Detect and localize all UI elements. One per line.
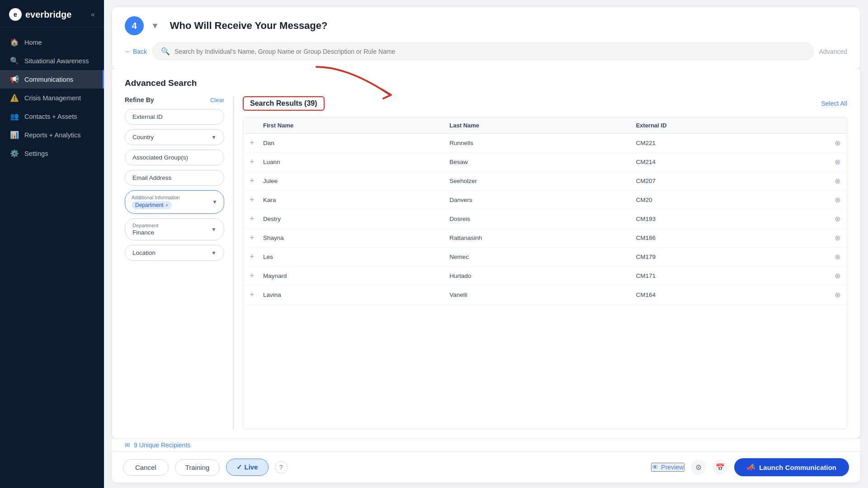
settings-button[interactable]: ⚙ [691, 460, 706, 475]
home-icon: 🏠 [10, 38, 19, 47]
selected-contacts-icon: ✉ [125, 441, 130, 449]
sidebar-item-home[interactable]: 🏠 Home [0, 33, 104, 52]
table-row: + Les Nemec CM179 ⊗ [243, 248, 847, 267]
first-name-cell: Les [263, 253, 449, 260]
top-section: 4 ▼ Who Will Receive Your Message? ← Bac… [112, 7, 860, 69]
filter-department-dropdown[interactable]: Department Finance ▼ [125, 218, 224, 240]
select-all-button[interactable]: Select All [821, 100, 847, 107]
sidebar-nav: 🏠 Home 🔍 Situational Awareness 📢 Communi… [0, 28, 104, 488]
remove-contact-button[interactable]: ⊗ [822, 158, 840, 166]
search-input[interactable] [175, 48, 805, 55]
results-title-box: Search Results (39) [243, 96, 325, 111]
additional-info-caret-icon: ▼ [212, 199, 217, 205]
sidebar-item-reports-analytics[interactable]: 📊 Reports + Analytics [0, 126, 104, 144]
refine-column: Refine By Clear External ID Country ▼ [125, 96, 224, 429]
launch-icon: 📣 [747, 463, 755, 471]
first-name-cell: Maynard [263, 272, 449, 279]
external-id-cell: CM186 [636, 235, 822, 241]
last-name-cell: Runnells [449, 140, 636, 146]
table-row: + Destry Dosreis CM193 ⊗ [243, 210, 847, 229]
refine-filters: External ID Country ▼ Associated Group(s… [125, 109, 224, 429]
filter-additional-info[interactable]: Additional Information Department × ▼ [125, 190, 224, 214]
launch-communication-button[interactable]: 📣 Launch Communication [734, 458, 849, 476]
refine-label: Refine By [125, 96, 154, 103]
add-contact-button[interactable]: + [250, 214, 263, 224]
crisis-management-icon: ⚠️ [10, 94, 19, 102]
collapse-button[interactable]: « [91, 10, 95, 19]
department-tag-close[interactable]: × [165, 202, 168, 208]
advanced-search-columns: Refine By Clear External ID Country ▼ [125, 96, 847, 429]
step-title: Who Will Receive Your Message? [170, 20, 328, 32]
remove-contact-button[interactable]: ⊗ [822, 234, 840, 242]
filter-external-id[interactable]: External ID [125, 109, 224, 125]
search-bar-row: ← Back 🔍 Advanced [125, 42, 847, 60]
table-row: + Lavina Vanelli CM164 ⊗ [243, 286, 847, 305]
tag-content-wrap: Additional Information Department × [132, 195, 179, 209]
tag-content: Department × [132, 201, 179, 209]
training-button[interactable]: Training [175, 459, 220, 476]
last-name-cell: Nemec [449, 253, 636, 260]
department-tag-pill: Department × [132, 201, 172, 209]
last-name-cell: Besaw [449, 159, 636, 165]
external-id-cell: CM171 [636, 272, 822, 279]
first-name-cell: Kara [263, 197, 449, 203]
preview-eye-icon: 👁 [652, 464, 658, 471]
add-contact-button[interactable]: + [250, 252, 263, 262]
selected-contacts-bar: ✉ 9 Unique Recipients [112, 438, 860, 451]
add-contact-button[interactable]: + [250, 138, 263, 148]
remove-contact-button[interactable]: ⊗ [822, 253, 840, 261]
preview-button[interactable]: 👁 Preview [651, 463, 684, 472]
col-header-external-id: External ID [636, 122, 822, 129]
communications-icon: 📢 [10, 75, 19, 84]
sidebar-logo: e everbridge « [0, 0, 104, 28]
sidebar-item-situational-awareness[interactable]: 🔍 Situational Awareness [0, 52, 104, 70]
add-contact-button[interactable]: + [250, 233, 263, 243]
last-name-cell: Rattanasinh [449, 235, 636, 241]
logo: e everbridge [9, 8, 71, 21]
table-header-row: First Name Last Name External ID [243, 117, 847, 134]
sidebar-item-communications[interactable]: 📢 Communications [0, 70, 104, 89]
add-contact-button[interactable]: + [250, 195, 263, 205]
back-button[interactable]: ← Back [125, 48, 147, 55]
help-button[interactable]: ? [275, 461, 288, 474]
remove-contact-button[interactable]: ⊗ [822, 215, 840, 223]
filter-location[interactable]: Location ▼ [125, 245, 224, 261]
last-name-cell: Hurtado [449, 272, 636, 279]
dept-dropdown-content: Department Finance [132, 223, 158, 236]
external-id-cell: CM20 [636, 197, 822, 203]
first-name-cell: Shayna [263, 235, 449, 241]
remove-contact-button[interactable]: ⊗ [822, 177, 840, 185]
remove-contact-button[interactable]: ⊗ [822, 139, 840, 147]
sidebar-item-settings[interactable]: ⚙️ Settings [0, 144, 104, 163]
results-header: Search Results (39) Select All [243, 96, 847, 111]
sidebar-item-crisis-management[interactable]: ⚠️ Crisis Management [0, 89, 104, 107]
filter-country[interactable]: Country ▼ [125, 129, 224, 145]
contacts-icon: 👥 [10, 112, 19, 121]
remove-contact-button[interactable]: ⊗ [822, 196, 840, 204]
remove-contact-button[interactable]: ⊗ [822, 272, 840, 280]
sidebar: e everbridge « 🏠 Home 🔍 Situational Awar… [0, 0, 104, 488]
remove-contact-button[interactable]: ⊗ [822, 291, 840, 299]
filter-associated-groups[interactable]: Associated Group(s) [125, 150, 224, 165]
add-contact-button[interactable]: + [250, 176, 263, 186]
col-header-first-name: First Name [263, 122, 449, 129]
add-contact-button[interactable]: + [250, 157, 263, 167]
country-caret-icon: ▼ [211, 134, 217, 141]
filter-email-address[interactable]: Email Address [125, 170, 224, 186]
table-row: + Luann Besaw CM214 ⊗ [243, 153, 847, 172]
location-caret-icon: ▼ [211, 250, 217, 256]
table-row: + Dan Runnells CM221 ⊗ [243, 134, 847, 153]
clear-button[interactable]: Clear [210, 97, 224, 103]
live-button[interactable]: ✓ Live [226, 459, 268, 476]
reports-icon: 📊 [10, 131, 19, 139]
sidebar-item-contacts-assets[interactable]: 👥 Contacts + Assets [0, 107, 104, 126]
advanced-link[interactable]: Advanced [819, 48, 847, 55]
last-name-cell: Danvers [449, 197, 636, 203]
bottom-bar: Cancel Training ✓ Live ? 👁 Preview ⚙ 📅 📣… [112, 451, 860, 483]
cancel-button[interactable]: Cancel [123, 459, 169, 476]
results-table: First Name Last Name External ID + Dan R… [243, 117, 847, 429]
add-contact-button[interactable]: + [250, 271, 263, 281]
settings-icon: ⚙️ [10, 149, 19, 158]
calendar-button[interactable]: 📅 [712, 460, 728, 475]
add-contact-button[interactable]: + [250, 290, 263, 300]
